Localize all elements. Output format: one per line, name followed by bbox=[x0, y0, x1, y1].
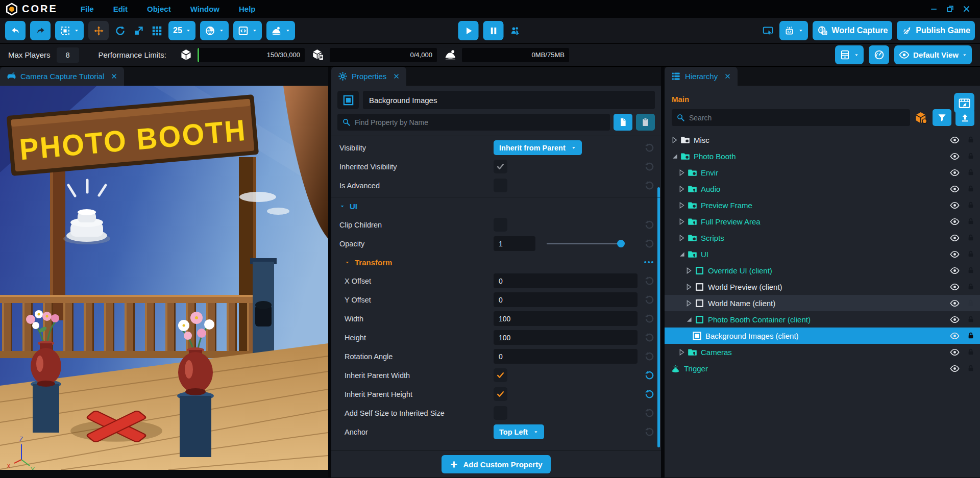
input-height[interactable]: 100 bbox=[494, 330, 638, 345]
tree-row-envir[interactable]: Envir bbox=[665, 164, 980, 181]
checkbox-inherited-visibility[interactable] bbox=[494, 160, 507, 173]
expand-arrow-icon[interactable] bbox=[684, 282, 694, 292]
input-width[interactable]: 100 bbox=[494, 311, 638, 326]
expand-arrow-icon[interactable] bbox=[677, 217, 687, 227]
screen-share-icon[interactable] bbox=[761, 26, 775, 36]
lock-icon[interactable] bbox=[967, 250, 975, 258]
reset-icon[interactable] bbox=[644, 370, 654, 381]
checkbox-add-self-size-to-inherited-size[interactable] bbox=[494, 406, 507, 420]
asset-cube-icon[interactable] bbox=[914, 111, 928, 125]
menu-object[interactable]: Object bbox=[137, 5, 181, 13]
filter-button[interactable] bbox=[933, 109, 951, 126]
visibility-eye-icon[interactable] bbox=[950, 315, 960, 324]
expand-arrow-icon[interactable] bbox=[670, 135, 679, 145]
visibility-eye-icon[interactable] bbox=[950, 168, 960, 178]
slider-opacity[interactable] bbox=[547, 243, 623, 244]
expand-arrow-icon[interactable] bbox=[684, 298, 694, 308]
play-button[interactable] bbox=[458, 21, 479, 40]
reset-icon[interactable] bbox=[644, 239, 654, 249]
redo-button[interactable] bbox=[30, 21, 51, 40]
menu-window[interactable]: Window bbox=[181, 5, 229, 13]
grid-snap-icon[interactable] bbox=[150, 26, 164, 36]
expand-arrow-icon[interactable] bbox=[677, 184, 687, 194]
tree-row-audio[interactable]: Audio bbox=[665, 181, 980, 197]
viewport-3d-scene[interactable]: PHOTO BOOTH bbox=[0, 86, 328, 477]
world-mode-button[interactable] bbox=[200, 21, 229, 40]
restore-icon[interactable] bbox=[946, 5, 954, 13]
snap-size-button[interactable]: 25 bbox=[168, 21, 195, 40]
section-ui[interactable]: UI bbox=[331, 197, 661, 215]
close-icon[interactable] bbox=[393, 73, 400, 80]
collapse-arrow-icon[interactable] bbox=[677, 249, 687, 259]
tree-row-trigger[interactable]: Trigger bbox=[665, 360, 980, 376]
close-icon[interactable] bbox=[724, 73, 731, 80]
tree-row-ui[interactable]: UI bbox=[665, 246, 980, 262]
tree-row-photo-booth-container-client[interactable]: Photo Booth Container (client) bbox=[665, 311, 980, 328]
undo-button[interactable] bbox=[5, 21, 26, 40]
visibility-eye-icon[interactable] bbox=[950, 152, 960, 161]
pause-button[interactable] bbox=[483, 21, 504, 40]
visibility-eye-icon[interactable] bbox=[950, 135, 960, 145]
scene-capture-button[interactable] bbox=[954, 93, 974, 113]
terrain-tool-button[interactable] bbox=[266, 21, 295, 40]
checkbox-inherit-parent-width[interactable] bbox=[494, 368, 507, 382]
visibility-eye-icon[interactable] bbox=[950, 184, 960, 194]
tab-properties[interactable]: Properties bbox=[331, 67, 406, 86]
publish-game-button[interactable]: Publish Game bbox=[897, 21, 975, 40]
section-collapse-icon[interactable] bbox=[339, 204, 345, 209]
scene-canvas[interactable]: PHOTO BOOTH bbox=[0, 86, 328, 470]
paste-properties-button[interactable] bbox=[636, 114, 655, 131]
menu-file[interactable]: File bbox=[71, 5, 104, 13]
visibility-eye-icon[interactable] bbox=[950, 364, 960, 373]
lock-icon[interactable] bbox=[967, 364, 975, 372]
tree-row-full-preview-area[interactable]: Full Preview Area bbox=[665, 213, 980, 230]
script-editor-button[interactable] bbox=[233, 21, 262, 40]
checkbox-is-advanced[interactable] bbox=[494, 179, 507, 192]
performance-gauge-button[interactable] bbox=[869, 45, 889, 64]
tree-row-misc[interactable]: Misc bbox=[665, 132, 980, 148]
move-tool-button[interactable] bbox=[88, 21, 109, 40]
lock-icon[interactable] bbox=[967, 315, 975, 323]
reset-icon[interactable] bbox=[644, 143, 654, 153]
tree-row-scripts[interactable]: Scripts bbox=[665, 230, 980, 246]
slider-thumb[interactable] bbox=[617, 240, 625, 247]
reset-icon[interactable] bbox=[644, 389, 654, 399]
tab-camera-capture-tutorial[interactable]: Camera Capture Tutorial bbox=[0, 67, 124, 86]
reset-icon[interactable] bbox=[644, 162, 654, 172]
expand-arrow-icon[interactable] bbox=[677, 200, 687, 210]
reset-icon[interactable] bbox=[644, 333, 654, 343]
multiplayer-preview-icon[interactable] bbox=[508, 26, 522, 36]
lock-icon[interactable] bbox=[967, 152, 975, 160]
lock-icon[interactable] bbox=[967, 234, 975, 242]
reset-icon[interactable] bbox=[644, 181, 654, 191]
checkbox-clip-children[interactable] bbox=[494, 218, 507, 232]
rotate-tool-icon[interactable] bbox=[113, 26, 127, 36]
tree-row-preview-frame[interactable]: Preview Frame bbox=[665, 197, 980, 213]
tree-row-override-ui-client[interactable]: Override UI (client) bbox=[665, 262, 980, 279]
lock-icon[interactable] bbox=[967, 283, 975, 291]
section-menu-icon[interactable] bbox=[643, 257, 654, 268]
copy-properties-button[interactable] bbox=[614, 114, 632, 131]
tree-row-photo-booth[interactable]: Photo Booth bbox=[665, 148, 980, 164]
hierarchy-search-input[interactable] bbox=[689, 114, 905, 122]
menu-edit[interactable]: Edit bbox=[104, 5, 137, 13]
dropdown-visibility[interactable]: Inherit from Parent bbox=[494, 140, 582, 155]
visibility-eye-icon[interactable] bbox=[950, 298, 960, 308]
visibility-eye-icon[interactable] bbox=[950, 282, 960, 292]
tree-row-background-images-client[interactable]: Background Images (client) bbox=[665, 328, 980, 344]
expand-arrow-icon[interactable] bbox=[677, 168, 687, 178]
visibility-eye-icon[interactable] bbox=[950, 347, 960, 357]
reset-icon[interactable] bbox=[644, 408, 654, 418]
collapse-arrow-icon[interactable] bbox=[684, 315, 694, 324]
save-options-button[interactable] bbox=[835, 45, 864, 64]
tree-row-world-name-client[interactable]: World Name (client) bbox=[665, 295, 980, 311]
reset-icon[interactable] bbox=[644, 427, 654, 437]
lock-icon[interactable] bbox=[967, 266, 975, 274]
dropdown-anchor[interactable]: Top Left bbox=[494, 424, 544, 439]
input-opacity[interactable]: 1 bbox=[494, 236, 535, 251]
visibility-eye-icon[interactable] bbox=[950, 249, 960, 259]
section-transform[interactable]: Transform bbox=[331, 253, 661, 271]
checkbox-inherit-parent-height[interactable] bbox=[494, 387, 507, 401]
reset-icon[interactable] bbox=[644, 295, 654, 305]
lock-icon[interactable] bbox=[967, 299, 975, 307]
